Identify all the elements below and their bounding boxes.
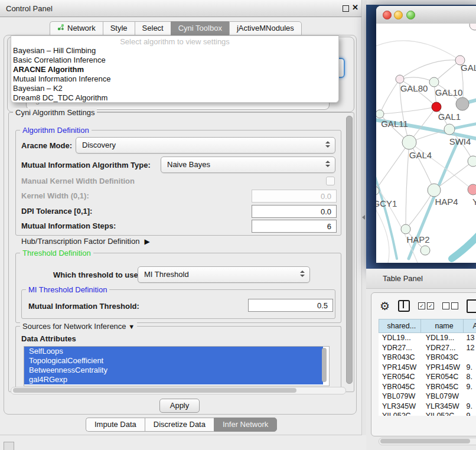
bottom-tab-infer-network[interactable]: Infer Network <box>214 418 277 432</box>
mi-type-combo[interactable]: Naive Bayes <box>161 156 335 173</box>
kernel-width-label: Kernel Width (0,1): <box>21 191 89 200</box>
table-row[interactable]: YER054CYER054C8. <box>379 372 476 382</box>
bottom-tab-impute-data[interactable]: Impute Data <box>86 418 145 432</box>
kernel-width-field[interactable] <box>252 190 337 203</box>
network-node-swi4[interactable] <box>444 124 455 135</box>
table-panel-title: Table Panel <box>383 274 423 283</box>
table-row[interactable]: YLR345WYLR345W9. <box>379 402 476 412</box>
table-row[interactable]: YIL052CYIL052C9. <box>379 411 476 416</box>
algorithm-definition-legend: Algorithm Definition <box>20 126 92 135</box>
network-window-titlebar[interactable] <box>376 6 476 24</box>
table-row[interactable]: YPR145WYPR145W9. <box>379 363 476 373</box>
deselect-all-icon[interactable] <box>442 302 458 309</box>
table-row[interactable]: YDL19...YDL19...13 <box>379 333 476 343</box>
data-attribute-item[interactable]: TopologicalCoefficient <box>24 356 323 366</box>
network-node-y[interactable] <box>468 184 476 195</box>
network-node[interactable] <box>468 156 476 167</box>
network-node-gal11[interactable] <box>376 110 384 118</box>
minimize-traffic-light-icon[interactable] <box>394 11 403 19</box>
manual-kernel-checkbox[interactable] <box>326 177 335 185</box>
network-edge <box>376 41 460 60</box>
attributes-horizontal-scrollbar-thumb[interactable] <box>13 388 296 393</box>
settings-scrollbar-thumb[interactable] <box>346 116 353 384</box>
table-cell <box>464 392 476 402</box>
mi-threshold-field[interactable] <box>248 299 333 312</box>
tab-cyni-toolbox[interactable]: Cyni Toolbox <box>171 21 229 35</box>
network-edge <box>452 227 476 259</box>
data-attribute-item[interactable]: gal4RGexp <box>24 375 323 384</box>
network-view-window[interactable]: GAL80GAL10GALGAL1GAL11SWI4GAL4GCY1HAP4YH… <box>376 6 476 263</box>
gear-icon[interactable]: ⚙ <box>380 299 390 312</box>
column-header[interactable]: A <box>464 319 476 333</box>
algorithm-option[interactable]: Dream8 DC_TDC Algorithm <box>11 93 338 103</box>
column-header[interactable]: shared... <box>379 319 421 333</box>
network-node-hap2[interactable] <box>401 224 410 234</box>
which-threshold-combo[interactable]: MI Threshold <box>138 266 310 283</box>
table-cell: 9. <box>464 382 476 392</box>
network-node[interactable] <box>456 97 469 110</box>
data-attribute-item[interactable]: BetweennessCentrality <box>24 366 323 375</box>
column-header[interactable]: name <box>421 319 464 333</box>
network-node-gal1[interactable] <box>432 102 441 112</box>
network-canvas[interactable]: GAL80GAL10GALGAL1GAL11SWI4GAL4GCY1HAP4YH… <box>376 24 476 263</box>
float-window-icon[interactable] <box>343 5 349 12</box>
mi-threshold-definition-legend: MI Threshold Definition <box>26 285 109 294</box>
tab-style[interactable]: Style <box>103 21 135 35</box>
zoom-traffic-light-icon[interactable] <box>406 11 415 19</box>
table-cell: YPR145W <box>379 363 421 373</box>
network-node-gal80[interactable] <box>396 75 404 83</box>
algorithm-option[interactable]: Bayesian – K2 <box>11 84 338 93</box>
table-horizontal-scrollbar-thumb[interactable] <box>380 439 470 444</box>
table-row[interactable]: YBL079WYBL079W <box>379 392 476 402</box>
column-selector-icon[interactable] <box>398 300 410 312</box>
attributes-list-scrollbar[interactable] <box>322 348 327 382</box>
control-panel: Control Panel ✕ NetworkStyleSelectCyni T… <box>0 0 361 435</box>
network-node-gal4[interactable] <box>402 135 416 149</box>
algorithm-option[interactable]: ARACNE Algorithm <box>11 65 338 74</box>
minimized-panel-icon[interactable] <box>4 442 14 450</box>
dpi-tolerance-label: DPI Tolerance [0,1]: <box>21 207 92 216</box>
network-node-label: HAP4 <box>435 197 458 207</box>
apply-button[interactable]: Apply <box>159 399 200 413</box>
tab-select[interactable]: Select <box>135 21 171 35</box>
hub-definition-expander[interactable]: Hub/Transcription Factor Definition▶ <box>21 237 150 246</box>
data-attribute-item[interactable]: SelfLoops <box>24 347 323 356</box>
mi-steps-field[interactable] <box>252 220 337 233</box>
network-edge <box>376 201 389 263</box>
top-tab-bar: NetworkStyleSelectCyni ToolboxjActiveMNo… <box>50 21 302 35</box>
sources-title: Sources for Network Inference <box>22 322 126 331</box>
network-node-label: GAL11 <box>381 119 408 129</box>
splitter-arrow-icon[interactable] <box>362 215 365 220</box>
tab-network[interactable]: Network <box>50 21 103 35</box>
network-node-label: GAL4 <box>409 150 432 160</box>
algorithm-option[interactable]: Mutual Information Inference <box>11 74 338 84</box>
tab-label: Cyni Toolbox <box>178 22 222 35</box>
tab-jactivemnodules[interactable]: jActiveMNodules <box>229 21 302 35</box>
stepper-arrows-icon <box>300 270 305 277</box>
network-node-hap4[interactable] <box>428 184 441 197</box>
expander-arrow-icon: ▶ <box>144 237 149 246</box>
table-row[interactable]: YBR043CYBR043C <box>379 353 476 363</box>
aracne-mode-combo[interactable]: Discovery <box>76 137 335 154</box>
dpi-tolerance-field[interactable] <box>252 205 337 218</box>
close-traffic-light-icon[interactable] <box>383 11 392 19</box>
table-row[interactable]: YDR27...YDR27...12 <box>379 343 476 353</box>
select-all-icon[interactable]: ✓✓ <box>418 302 434 309</box>
algorithm-option[interactable]: Bayesian – Hill Climbing <box>11 46 338 56</box>
table-cell: YBR045C <box>421 382 464 392</box>
algorithm-dropdown-list: Bayesian – Hill ClimbingBasic Correlatio… <box>11 46 338 103</box>
network-node[interactable] <box>420 246 430 255</box>
sources-legend[interactable]: Sources for Network Inference ▼ <box>20 322 137 331</box>
network-node[interactable] <box>470 24 476 30</box>
network-node-label: GCY1 <box>376 198 397 208</box>
network-node-gal10[interactable] <box>429 77 439 87</box>
table-cell: 9. <box>464 411 476 416</box>
bottom-tab-discretize-data[interactable]: Discretize Data <box>145 418 214 432</box>
close-icon[interactable]: ✕ <box>352 3 358 12</box>
table-row[interactable]: YBR045CYBR045C9. <box>379 382 476 392</box>
table-panel: Table Panel ⚙ ✓✓ shared...nameA YDL19...… <box>366 269 476 450</box>
algorithm-option[interactable]: Basic Correlation Inference <box>11 56 338 65</box>
export-table-icon[interactable] <box>467 299 476 313</box>
network-edge <box>400 60 460 79</box>
table-browser: ⚙ ✓✓ shared...nameA YDL19...YDL19...13YD… <box>371 292 476 436</box>
